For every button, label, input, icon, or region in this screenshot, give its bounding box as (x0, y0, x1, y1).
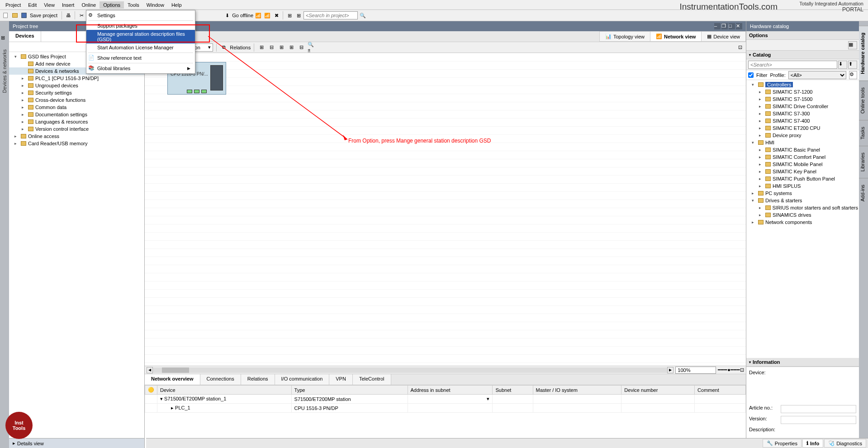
catalog-item[interactable]: ▾Drives & starters (746, 197, 859, 204)
sidetab-tasks[interactable]: Tasks (859, 120, 868, 146)
tree-item[interactable]: ▸Version control interface (9, 125, 144, 133)
net-tb-3[interactable]: ⊞ (277, 43, 285, 52)
go-offline-button[interactable]: Go offline (232, 13, 253, 18)
tab-io-comm[interactable]: I/O communication (275, 374, 330, 385)
tab-network-view[interactable]: 📶Network view (650, 31, 702, 42)
tree-arrow[interactable]: ▸ (759, 104, 764, 109)
tree-arrow[interactable]: ▸ (22, 76, 26, 81)
tab-network-overview[interactable]: Network overview (145, 374, 200, 385)
zoom-combo[interactable] (675, 367, 716, 374)
sidetab-hardware-catalog[interactable]: Hardware catalog (859, 26, 868, 81)
tree-arrow[interactable]: ▸ (759, 119, 764, 123)
catalog-item[interactable]: ▸SIMATIC S7-1500 (746, 95, 859, 103)
save-project-button[interactable]: Save project (29, 13, 59, 18)
info-button[interactable]: ℹInfo (802, 439, 823, 448)
dropdown-icon[interactable]: ▾ (487, 396, 489, 401)
close-icon[interactable]: ✕ (736, 23, 742, 29)
catalog-item[interactable]: ▸SIMATIC Drive Controller (746, 103, 859, 110)
catalog-item[interactable]: ▸PC systems (746, 190, 859, 197)
search-up-icon[interactable]: ⬆ (848, 61, 857, 69)
net-tb-1[interactable]: ⊞ (257, 43, 266, 52)
port-3[interactable] (201, 90, 207, 93)
cut-icon[interactable]: ✂ (77, 11, 85, 19)
go-offline-icon[interactable]: ⬇ (223, 11, 231, 19)
information-header[interactable]: ▾Information (746, 358, 859, 367)
menu-item-settings[interactable]: ⚙Settings (86, 11, 195, 19)
catalog-item[interactable]: ▸Device proxy (746, 132, 859, 139)
col-subnet[interactable]: Subnet (493, 386, 533, 395)
tree-arrow[interactable]: ▾ (14, 54, 19, 59)
catalog-item[interactable]: ▸Network components (746, 219, 859, 226)
print-icon[interactable]: 🖶 (64, 11, 72, 19)
maximize-icon[interactable]: □ (729, 23, 735, 29)
tree-arrow[interactable]: ▸ (22, 98, 26, 102)
menu-edit[interactable]: Edit (24, 1, 40, 9)
tree-item[interactable]: ▸Documentation settings (9, 111, 144, 118)
hscroll-thumb[interactable] (162, 367, 189, 373)
tree-item[interactable]: ▸Common data (9, 104, 144, 111)
tree-arrow[interactable]: ▸ (759, 148, 764, 152)
tree-arrow[interactable]: ▸ (759, 155, 764, 159)
tree-item[interactable]: ▸Cross-device functions (9, 96, 144, 104)
tree-arrow[interactable]: ▸ (759, 90, 764, 94)
tree-arrow[interactable]: ▸ (752, 191, 756, 195)
menu-item-support-packages[interactable]: Support packages (86, 22, 195, 30)
catalog-item[interactable]: ▸SIMATIC Key Panel (746, 168, 859, 175)
tree-item[interactable]: ▸Online access (9, 133, 144, 140)
table-row[interactable]: ▾ S71500/ET200MP station_1 S71500/ET200M… (145, 395, 746, 404)
tree-arrow[interactable]: ▸ (14, 141, 19, 146)
menu-options[interactable]: Options (100, 1, 124, 9)
tab-vpn[interactable]: VPN (329, 374, 353, 385)
net-tb-right[interactable]: ⊡ (736, 43, 744, 52)
tree-arrow[interactable]: ▸ (759, 97, 764, 101)
tree-arrow[interactable]: ▸ (759, 205, 764, 210)
catalog-item[interactable]: ▾Controllers (746, 81, 859, 88)
new-project-icon[interactable] (2, 11, 10, 19)
menu-item-reference-text[interactable]: 📄Show reference text (86, 54, 195, 62)
catalog-item[interactable]: ▸SIMATIC S7-300 (746, 110, 859, 117)
tree-arrow[interactable]: ▾ (752, 140, 756, 145)
relations-icon[interactable]: ⧉ (220, 43, 228, 52)
tree-arrow[interactable]: ▾ (752, 198, 756, 203)
port-2[interactable] (194, 90, 199, 93)
menu-insert[interactable]: Insert (58, 1, 78, 9)
search-down-icon[interactable]: ⬇ (838, 61, 847, 69)
search-go-icon[interactable]: 🔍 (359, 11, 367, 19)
relations-button[interactable]: Relations (230, 45, 251, 50)
catalog-item[interactable]: ▸SINAMICS drives (746, 211, 859, 219)
catalog-item[interactable]: ▾HMI (746, 139, 859, 146)
profile-select[interactable]: <All> (788, 71, 846, 79)
tree-arrow[interactable]: ▸ (759, 133, 764, 138)
menu-help[interactable]: Help (168, 1, 185, 9)
article-input[interactable] (781, 405, 856, 413)
tree-arrow[interactable]: ▸ (22, 119, 26, 124)
menu-project[interactable]: Project (2, 1, 24, 9)
tree-arrow[interactable]: ▸ (14, 134, 19, 138)
col-master[interactable]: Master / IO system (533, 386, 621, 395)
table-row[interactable]: ▸ PLC_1 CPU 1516-3 PN/DP (145, 404, 746, 413)
net-tb-5[interactable]: ⊟ (297, 43, 305, 52)
tree-arrow[interactable]: ▸ (759, 184, 764, 188)
catalog-item[interactable]: ▸SIMATIC Comfort Panel (746, 153, 859, 161)
catalog-item[interactable]: ▸SIMATIC S7-400 (746, 117, 859, 124)
diagnostics-button[interactable]: 🩺Diagnostics (824, 439, 866, 448)
tree-arrow[interactable]: ▸ (22, 83, 26, 88)
catalog-item[interactable]: ▸SIMATIC Mobile Panel (746, 161, 859, 168)
restore-icon[interactable]: ❐ (721, 23, 728, 29)
tab-topology-view[interactable]: 📊Topology view (599, 31, 650, 42)
col-type[interactable]: Type (291, 386, 408, 395)
tree-item[interactable]: ▸Languages & resources (9, 118, 144, 125)
minimize-icon[interactable]: – (714, 23, 721, 29)
devices-tab[interactable]: Devices (9, 31, 41, 42)
tree-arrow[interactable]: ▾ (752, 82, 756, 87)
catalog-item[interactable]: ▸SIMATIC Push Button Panel (746, 175, 859, 182)
hscrollbar[interactable] (153, 367, 667, 373)
menu-view[interactable]: View (40, 1, 58, 9)
tab-device-view[interactable]: ▦Device view (701, 31, 746, 42)
properties-button[interactable]: 🔧Properties (763, 439, 802, 448)
tree-arrow[interactable]: ▸ (759, 213, 764, 217)
network-canvas[interactable]: PLC_1 CPU 1516-3 PN/... (145, 53, 746, 366)
menu-online[interactable]: Online (78, 1, 100, 9)
version-input[interactable] (781, 416, 856, 424)
catalog-tree[interactable]: ▾Controllers▸SIMATIC S7-1200▸SIMATIC S7-… (746, 80, 859, 358)
